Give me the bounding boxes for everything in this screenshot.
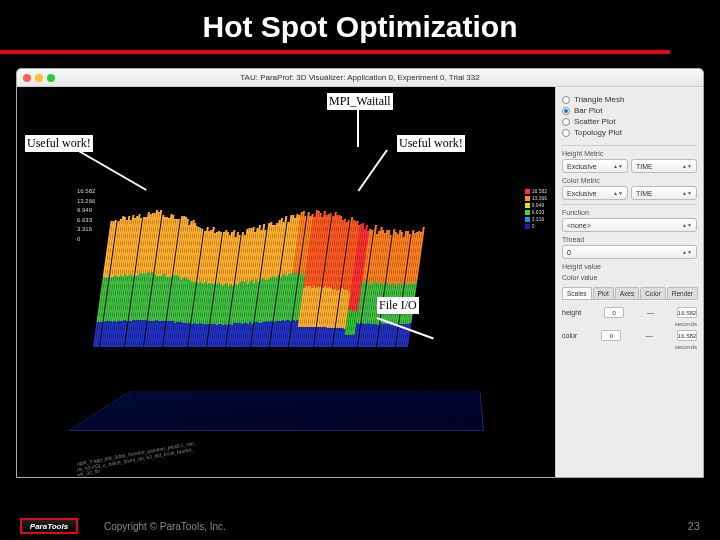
- tick: 9.949: [77, 206, 95, 216]
- color-metric-type[interactable]: Exclusive▲▼: [562, 186, 628, 200]
- height-metric-value[interactable]: TIME▲▼: [631, 159, 697, 173]
- paratools-logo: ParaTools: [20, 518, 78, 534]
- tick: 3.316: [77, 225, 95, 235]
- height-metric-label: Height Metric: [562, 150, 697, 157]
- visualization-pane[interactable]: 16.582 13.266 9.949 6.633 3.316 0 16.582…: [17, 87, 555, 477]
- window-content: 16.582 13.266 9.949 6.633 3.316 0 16.582…: [17, 87, 703, 477]
- arrow-line: [357, 107, 359, 147]
- tab-color[interactable]: Color: [640, 287, 666, 299]
- height-range: height 0 — 16.582: [562, 307, 697, 318]
- plot-floor: [68, 391, 484, 431]
- color-metric-label: Color Metric: [562, 177, 697, 184]
- tab-plot[interactable]: Plot: [593, 287, 614, 299]
- color-min[interactable]: 0: [601, 330, 621, 341]
- titlebar: TAU: ParaProf: 3D Visualizer: Applicatio…: [17, 69, 703, 87]
- copyright-text: Copyright © ParaTools, Inc.: [104, 521, 226, 532]
- height-min[interactable]: 0: [604, 307, 624, 318]
- tab-render[interactable]: Render: [667, 287, 698, 299]
- red-divider: [0, 50, 670, 54]
- y-axis-ticks: 16.582 13.266 9.949 6.633 3.316 0: [77, 187, 95, 245]
- annotation-useful-work-right: Useful work!: [397, 135, 465, 152]
- radio-bar-plot[interactable]: Bar Plot: [562, 106, 697, 115]
- thread-label: Thread: [562, 236, 697, 243]
- settings-tabs: Scales Plot Axes Color Render: [562, 287, 697, 300]
- annotation-file-io: File I/O: [377, 297, 419, 314]
- app-window: TAU: ParaProf: 3D Visualizer: Applicatio…: [16, 68, 704, 478]
- slide-footer: ParaTools Copyright © ParaTools, Inc. 23: [0, 518, 720, 534]
- color-value-label: Color value: [562, 274, 697, 281]
- annotation-mpi-waitall: MPI_Waitall: [327, 93, 393, 110]
- color-legend: 16.582 13.266 9.949 6.633 3.316 0: [525, 187, 547, 230]
- tick: 16.582: [77, 187, 95, 197]
- annotation-useful-work-left: Useful work!: [25, 135, 93, 152]
- color-metric-value[interactable]: TIME▲▼: [631, 186, 697, 200]
- height-max[interactable]: 16.582: [677, 307, 697, 318]
- seconds-label: seconds: [562, 344, 697, 350]
- plot-type-group: Triangle Mesh Bar Plot Scatter Plot Topo…: [562, 95, 697, 137]
- x-axis-labels: appl_3-app_bld_3dda_fin/mhd_galcean_pkdl…: [77, 440, 197, 477]
- function-dropdown[interactable]: <none>▲▼: [562, 218, 697, 232]
- window-title: TAU: ParaProf: 3D Visualizer: Applicatio…: [17, 73, 703, 82]
- options-sidebar: Triangle Mesh Bar Plot Scatter Plot Topo…: [555, 87, 703, 477]
- page-number: 23: [688, 520, 700, 532]
- radio-scatter-plot[interactable]: Scatter Plot: [562, 117, 697, 126]
- tick: 0: [77, 235, 95, 245]
- tick: 6.633: [77, 216, 95, 226]
- tab-axes[interactable]: Axes: [615, 287, 639, 299]
- bar-plot-3d: [93, 147, 471, 347]
- height-metric-type[interactable]: Exclusive▲▼: [562, 159, 628, 173]
- color-max[interactable]: 16.582: [677, 330, 697, 341]
- radio-triangle-mesh[interactable]: Triangle Mesh: [562, 95, 697, 104]
- tick: 13.266: [77, 197, 95, 207]
- radio-topology-plot[interactable]: Topology Plot: [562, 128, 697, 137]
- thread-dropdown[interactable]: 0▲▼: [562, 245, 697, 259]
- slide-title: Hot Spot Optimization: [0, 0, 720, 50]
- tab-scales[interactable]: Scales: [562, 287, 592, 299]
- height-value-label: Height value: [562, 263, 697, 270]
- color-range: color 0 — 16.582: [562, 330, 697, 341]
- function-label: Function: [562, 209, 697, 216]
- seconds-label: seconds: [562, 321, 697, 327]
